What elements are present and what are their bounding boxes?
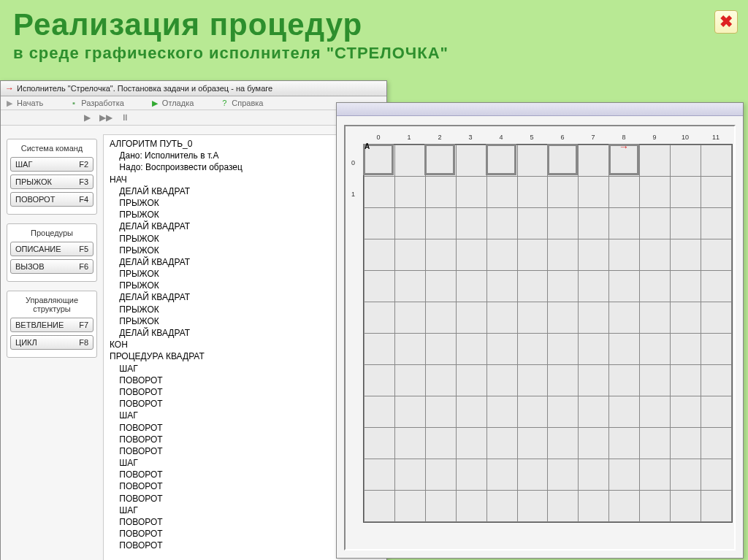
grid-cell[interactable]: [425, 239, 456, 271]
grid-cell[interactable]: [517, 428, 548, 459]
grid-cell[interactable]: [671, 145, 701, 177]
grid-cell[interactable]: [456, 491, 486, 522]
grid-cell[interactable]: [517, 334, 548, 365]
grid-cell[interactable]: [548, 428, 579, 459]
grid-cell[interactable]: [394, 177, 425, 208]
grid-cell[interactable]: [579, 396, 609, 428]
grid-cell[interactable]: [517, 302, 548, 334]
grid-cell[interactable]: [486, 396, 517, 428]
grid-cell[interactable]: [517, 208, 548, 239]
grid-cell[interactable]: [517, 271, 548, 302]
grid-cell[interactable]: [365, 239, 395, 271]
cmd-button-цикл[interactable]: ЦИКЛF8: [10, 335, 94, 350]
grid-cell[interactable]: [425, 177, 456, 208]
grid-cell[interactable]: [486, 302, 517, 334]
grid-cell[interactable]: [486, 428, 517, 459]
grid-cell[interactable]: [609, 396, 640, 428]
grid-cell[interactable]: [671, 428, 701, 459]
grid-cell[interactable]: [456, 459, 486, 491]
grid-cell[interactable]: [579, 145, 609, 177]
grid-cell[interactable]: [640, 491, 671, 522]
grid-cell[interactable]: [701, 208, 731, 239]
cmd-button-прыжок[interactable]: ПРЫЖОКF3: [10, 174, 94, 189]
grid-cell[interactable]: [486, 491, 517, 522]
grid-cell[interactable]: [701, 396, 731, 428]
grid-cell[interactable]: [640, 145, 671, 177]
grid-cell[interactable]: [579, 334, 609, 365]
grid-cell[interactable]: [456, 365, 486, 396]
playback-btn-2[interactable]: ⏸: [119, 112, 131, 123]
grid-cell[interactable]: [671, 365, 701, 396]
grid-cell[interactable]: [425, 302, 456, 334]
grid-cell[interactable]: [548, 208, 579, 239]
grid-cell[interactable]: [548, 302, 579, 334]
grid-cell[interactable]: [640, 239, 671, 271]
grid-cell[interactable]: [548, 396, 579, 428]
grid-cell[interactable]: [456, 208, 486, 239]
grid-cell[interactable]: [456, 145, 486, 177]
grid-area[interactable]: [363, 144, 733, 523]
grid-cell[interactable]: [701, 365, 731, 396]
grid-cell[interactable]: [701, 459, 731, 491]
cmd-button-ветвление[interactable]: ВЕТВЛЕНИЕF7: [10, 318, 94, 332]
grid-cell[interactable]: [425, 428, 456, 459]
grid-cell[interactable]: [671, 491, 701, 522]
grid-cell[interactable]: [701, 239, 731, 271]
grid-cell[interactable]: [394, 459, 425, 491]
grid-cell[interactable]: [517, 365, 548, 396]
grid-cell[interactable]: [579, 271, 609, 302]
playback-btn-0[interactable]: ▶: [81, 112, 93, 123]
grid-cell[interactable]: [640, 271, 671, 302]
grid-cell[interactable]: [394, 271, 425, 302]
grid-cell[interactable]: [640, 365, 671, 396]
grid-cell[interactable]: [701, 302, 731, 334]
grid-cell[interactable]: [548, 334, 579, 365]
grid-cell[interactable]: [365, 365, 395, 396]
grid-cell[interactable]: [548, 459, 579, 491]
grid-cell[interactable]: [456, 428, 486, 459]
grid-cell[interactable]: [365, 271, 395, 302]
grid-cell[interactable]: [486, 271, 517, 302]
close-slide-button[interactable]: ✖: [714, 10, 738, 34]
grid-cell[interactable]: [425, 334, 456, 365]
canvas-titlebar[interactable]: [337, 103, 743, 116]
grid-cell[interactable]: [394, 396, 425, 428]
grid-cell[interactable]: [486, 239, 517, 271]
grid-cell[interactable]: [671, 208, 701, 239]
grid-cell[interactable]: [579, 365, 609, 396]
grid-cell[interactable]: [671, 396, 701, 428]
grid-cell[interactable]: [517, 491, 548, 522]
grid-cell[interactable]: [609, 365, 640, 396]
grid-cell[interactable]: [609, 208, 640, 239]
grid-cell[interactable]: [517, 177, 548, 208]
grid-cell[interactable]: [579, 459, 609, 491]
menu-item-2[interactable]: ▶Отладка: [150, 99, 194, 107]
grid-cell[interactable]: [701, 334, 731, 365]
grid-cell[interactable]: [456, 177, 486, 208]
grid-cell[interactable]: [701, 271, 731, 302]
cmd-button-описание[interactable]: ОПИСАНИЕF5: [10, 242, 94, 256]
grid-cell[interactable]: [640, 208, 671, 239]
grid-cell[interactable]: [609, 239, 640, 271]
playback-btn-1[interactable]: ▶▶: [100, 112, 112, 123]
grid-cell[interactable]: [365, 177, 395, 208]
grid-cell[interactable]: [640, 428, 671, 459]
grid-cell[interactable]: [486, 177, 517, 208]
grid-cell[interactable]: [456, 334, 486, 365]
canvas-area[interactable]: 0123456789101101А→: [344, 125, 736, 551]
grid-cell[interactable]: [394, 365, 425, 396]
grid-cell[interactable]: [365, 334, 395, 365]
grid-cell[interactable]: [425, 208, 456, 239]
grid-cell[interactable]: [425, 459, 456, 491]
grid-cell[interactable]: [640, 396, 671, 428]
grid-cell[interactable]: [609, 428, 640, 459]
menu-item-0[interactable]: ▶Начать: [5, 99, 43, 107]
grid-cell[interactable]: [486, 459, 517, 491]
grid-cell[interactable]: [548, 177, 579, 208]
grid-cell[interactable]: [701, 177, 731, 208]
grid-cell[interactable]: [609, 177, 640, 208]
grid-cell[interactable]: [671, 334, 701, 365]
grid-cell[interactable]: [394, 428, 425, 459]
menu-item-3[interactable]: ?Справка: [220, 99, 263, 107]
grid-cell[interactable]: [486, 208, 517, 239]
